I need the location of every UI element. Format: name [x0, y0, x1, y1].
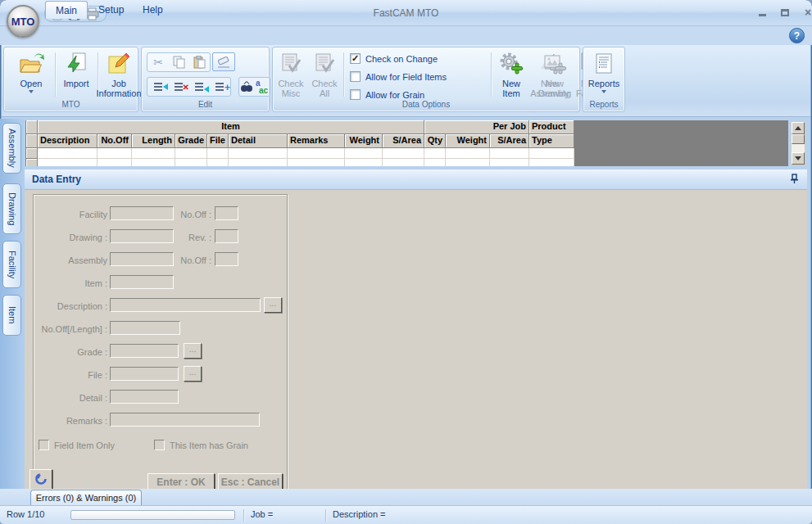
close-button[interactable]: × — [801, 6, 812, 19]
item-input[interactable] — [110, 275, 174, 289]
corner-selector[interactable] — [26, 120, 38, 134]
row-selector[interactable] — [26, 148, 38, 159]
column-header-weight[interactable]: Weight — [345, 134, 383, 148]
column-header-nooff[interactable]: No.Off — [98, 134, 132, 148]
grid-cell[interactable] — [529, 148, 574, 159]
column-header-remarks[interactable]: Remarks — [288, 134, 345, 148]
file-browse-button[interactable]: ... — [184, 366, 202, 382]
open-button[interactable]: Open — [11, 51, 52, 93]
check-misc-button[interactable]: Check Misc — [275, 51, 306, 98]
find-button[interactable] — [240, 79, 253, 95]
grid-cell[interactable] — [383, 148, 424, 159]
grid-cell[interactable] — [207, 148, 229, 159]
grid-cell[interactable] — [132, 148, 175, 159]
move-row-button[interactable] — [189, 79, 209, 95]
file-input[interactable] — [110, 367, 179, 381]
job-information-button[interactable]: Job Information — [99, 51, 138, 98]
column-header-length[interactable]: Length — [132, 134, 175, 148]
grid-cell[interactable] — [529, 159, 574, 166]
grid-cell[interactable] — [38, 159, 98, 166]
grid-cell[interactable] — [229, 148, 288, 159]
side-tab-item[interactable]: Item — [2, 295, 21, 336]
allow-field-items-option[interactable]: Allow for Field Items — [350, 71, 447, 82]
column-header-type[interactable]: Type — [529, 134, 574, 148]
side-tab-assembly[interactable]: Assembly — [2, 123, 21, 174]
scrollbar-thumb[interactable] — [792, 134, 805, 144]
check-on-change-option[interactable]: ✓ Check on Change — [350, 53, 438, 64]
grid-cell[interactable] — [345, 148, 383, 159]
grid-cell[interactable] — [446, 148, 490, 159]
tab-help[interactable]: Help — [133, 1, 173, 19]
grid-cell[interactable] — [98, 159, 132, 166]
grid-cell[interactable] — [288, 148, 345, 159]
grid-cell[interactable] — [383, 159, 424, 166]
field-item-only-checkbox[interactable] — [39, 440, 49, 450]
grade-input[interactable] — [110, 344, 179, 358]
column-header-file[interactable]: File — [207, 134, 229, 148]
row-selector[interactable] — [26, 134, 38, 148]
pin-button[interactable] — [788, 173, 801, 185]
help-button[interactable]: ? — [789, 28, 805, 43]
scroll-up-button[interactable] — [792, 122, 805, 134]
grid-cell[interactable] — [229, 159, 288, 166]
add-row-button[interactable]: + — [210, 79, 229, 95]
grid-cell[interactable] — [424, 148, 446, 159]
remarks-input[interactable] — [110, 413, 260, 427]
grid-cell[interactable] — [345, 159, 383, 166]
form-help-button[interactable] — [29, 469, 52, 490]
side-tab-drawing[interactable]: Drawing — [2, 183, 21, 234]
new-item-button[interactable]: New Item — [496, 51, 527, 98]
delete-row-button[interactable]: ✕ — [169, 79, 188, 95]
minimize-button[interactable] — [755, 6, 769, 19]
column-header-perjob-weight[interactable]: Weight — [446, 134, 490, 148]
assembly-nooff-input[interactable] — [215, 252, 238, 266]
grid-cell[interactable] — [175, 159, 207, 166]
side-tab-facility[interactable]: Facility — [2, 241, 21, 288]
paste-button[interactable] — [189, 54, 209, 70]
new-drawing-button[interactable]: New Drawing — [537, 51, 573, 98]
application-menu-orb[interactable]: MTO — [7, 5, 39, 38]
check-all-button[interactable]: Check All — [309, 51, 340, 98]
grade-browse-button[interactable]: ... — [184, 343, 202, 359]
description-input[interactable] — [110, 298, 261, 312]
reports-button[interactable]: Reports — [586, 51, 622, 93]
group-header-item[interactable]: Item — [38, 120, 424, 134]
column-header-description[interactable]: Description — [38, 134, 98, 148]
nooff-length-input[interactable] — [110, 321, 180, 335]
group-header-per-job[interactable]: Per Job — [424, 120, 529, 134]
erase-button[interactable] — [212, 52, 235, 71]
scroll-down-button[interactable] — [792, 152, 805, 165]
facility-input[interactable] — [110, 206, 174, 220]
description-browse-button[interactable]: ... — [264, 297, 282, 313]
errors-warnings-tab[interactable]: Errors (0) & Warnings (0) — [30, 490, 142, 505]
column-header-qty[interactable]: Qty — [424, 134, 446, 148]
tab-setup[interactable]: Setup — [88, 1, 134, 19]
copy-button[interactable] — [169, 54, 188, 70]
drawing-input[interactable] — [110, 229, 174, 243]
group-header-product[interactable]: Product — [529, 120, 574, 134]
detail-input[interactable] — [110, 390, 179, 404]
column-header-grade[interactable]: Grade — [175, 134, 207, 148]
row-selector[interactable] — [26, 159, 38, 166]
tab-main[interactable]: Main — [45, 1, 88, 19]
cut-button[interactable]: ✂ — [148, 54, 168, 70]
grid-vertical-scrollbar[interactable] — [791, 121, 805, 165]
grid-cell[interactable] — [207, 159, 229, 166]
sort-button[interactable]: a ac — [254, 79, 269, 95]
grid-cell[interactable] — [490, 159, 529, 166]
import-button[interactable]: Import — [57, 51, 96, 88]
column-header-sarea[interactable]: S/Area — [383, 134, 424, 148]
column-header-detail[interactable]: Detail — [229, 134, 288, 148]
grid-cell[interactable] — [175, 148, 207, 159]
grid-cell[interactable] — [446, 159, 490, 166]
item-has-grain-checkbox[interactable] — [154, 440, 165, 450]
column-header-perjob-sarea[interactable]: S/Area — [490, 134, 529, 148]
grid-cell[interactable] — [288, 159, 345, 166]
rev-input[interactable] — [215, 229, 238, 243]
grid-cell[interactable] — [38, 148, 98, 159]
maximize-button[interactable] — [778, 6, 792, 19]
grid-cell[interactable] — [424, 159, 446, 166]
assembly-input[interactable] — [110, 252, 174, 266]
insert-row-button[interactable] — [148, 79, 168, 95]
grid-cell[interactable] — [490, 148, 529, 159]
